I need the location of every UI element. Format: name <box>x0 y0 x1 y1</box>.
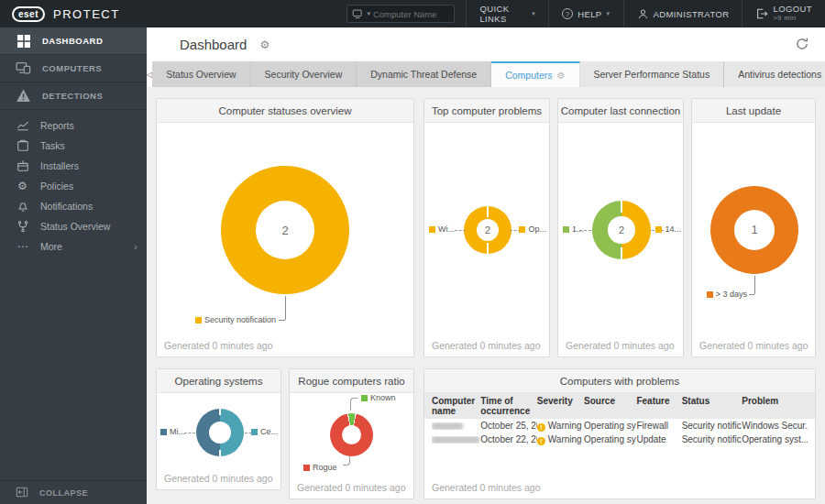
user-menu[interactable]: ADMINISTRATOR <box>623 0 742 27</box>
tab-gear-icon[interactable]: ⚙ <box>557 71 566 81</box>
product-name: PROTECT <box>53 7 120 21</box>
search-scope-caret-icon[interactable]: ▾ <box>367 10 370 17</box>
tab-label: Status Overview <box>166 69 236 80</box>
legend-label: Wi... <box>438 225 455 234</box>
cell-feature: Update <box>636 434 681 444</box>
table-row[interactable]: October 22, 20... !Warning Operating sys… <box>424 433 815 446</box>
donut-computer-statuses[interactable] <box>221 166 349 294</box>
sidebar-item-detections[interactable]: DETECTIONS <box>0 82 147 110</box>
donut-last-update[interactable] <box>710 186 798 274</box>
legend-rogue: Rogue <box>303 463 337 472</box>
severity-label: Warning <box>548 421 582 431</box>
generated-timestamp: Generated 0 minutes ago <box>699 340 808 351</box>
legend-label: 1... <box>572 225 584 234</box>
sidebar-item-reports[interactable]: Reports <box>0 115 147 136</box>
quick-links-label: QUICK LINKS <box>479 4 527 24</box>
legend-left: Wi... <box>429 225 455 234</box>
help-icon: ? <box>562 8 573 19</box>
generated-timestamp: Generated 0 minutes ago <box>164 473 273 484</box>
sidebar-subitems: Reports Tasks Installers ⚙ Policies <box>0 110 147 257</box>
card-title: Computer last connection <box>558 99 683 123</box>
user-label: ADMINISTRATOR <box>654 9 730 19</box>
legend-right: Op... <box>519 225 546 234</box>
dashboard-grid-icon <box>16 33 31 49</box>
cell-feature: Firewall <box>636 421 681 431</box>
card-body: Mi... Ce... Generated 0 minutes ago <box>157 393 280 489</box>
logout-label: LOGOUT <box>773 5 812 14</box>
sidebar-item-notifications[interactable]: Notifications <box>0 196 147 216</box>
tab-computers[interactable]: Computers ⚙ <box>491 61 579 87</box>
tab-dynamic-threat-defense[interactable]: Dynamic Threat Defense <box>357 61 491 87</box>
logout-text: LOGOUT >9 min <box>773 5 812 23</box>
problems-table: Computer name Time of occurrence Severit… <box>424 393 815 446</box>
generated-timestamp: Generated 0 minutes ago <box>432 340 541 351</box>
topbar: eset PROTECT ▾ QUICK LINKS ▾ ? HELP ▾ AD… <box>0 0 825 27</box>
callout-dash <box>579 230 591 231</box>
tab-status-overview[interactable]: Status Overview <box>152 61 250 87</box>
legend-security-notification: Security notification <box>175 315 276 324</box>
legend-swatch <box>195 317 202 323</box>
card-operating-systems: Operating systems Mi... Ce... Generated … <box>156 368 281 490</box>
callout-dash <box>184 433 195 433</box>
search-input[interactable] <box>373 9 449 19</box>
collapse-button[interactable]: COLLAPSE <box>0 480 147 504</box>
notifications-bell-icon <box>16 200 29 214</box>
chevron-right-icon: › <box>134 241 138 252</box>
legend-swatch <box>251 429 258 435</box>
sidebar-item-label: Status Overview <box>40 221 110 232</box>
cell-status: Security notific... <box>682 421 742 431</box>
sidebar-item-status-overview[interactable]: Status Overview <box>0 216 147 236</box>
sidebar-item-more[interactable]: ⋯ More › <box>0 236 147 257</box>
sidebar-item-installers[interactable]: Installers <box>0 156 147 176</box>
tab-antivirus-detections[interactable]: Antivirus detections <box>724 61 825 87</box>
tab-server-performance-status[interactable]: Server Performance Status <box>580 61 725 87</box>
card-title: Operating systems <box>157 369 280 393</box>
status-overview-icon <box>16 220 29 234</box>
donut-last-connection[interactable] <box>592 201 651 259</box>
sidebar-item-dashboard[interactable]: DASHBOARD <box>0 27 147 55</box>
card-body: 1 > 3 days Generated 0 minutes ago <box>692 123 815 356</box>
dashboard-settings-gear-icon[interactable]: ⚙ <box>259 38 270 51</box>
card-top-computer-problems: Top computer problems 2 Wi... Op... Gene… <box>424 98 550 357</box>
refresh-icon[interactable] <box>795 37 809 51</box>
column-header: Status <box>682 396 742 406</box>
sidebar: DASHBOARD COMPUTERS DETECTIONS Reports <box>0 27 147 504</box>
card-title: Rogue computers ratio <box>290 369 413 393</box>
card-body: Known Rogue Generated 0 minutes ago <box>290 393 413 499</box>
donut-operating-systems[interactable] <box>196 409 244 456</box>
sidebar-item-label: Tasks <box>40 140 65 151</box>
legend-swatch <box>563 226 569 233</box>
cell-computer-name <box>432 436 480 444</box>
tab-security-overview[interactable]: Security Overview <box>251 61 358 87</box>
card-computers-with-problems: Computers with problems Computer name Ti… <box>424 368 816 499</box>
collapse-label: COLLAPSE <box>39 488 88 498</box>
card-title: Computer statuses overview <box>157 99 413 123</box>
tasks-clipboard-icon <box>16 139 29 153</box>
computer-search[interactable]: ▾ <box>346 5 455 23</box>
sidebar-item-computers[interactable]: COMPUTERS <box>0 55 147 82</box>
column-header: Severity <box>537 396 584 406</box>
card-body: 2 Wi... Op... Generated 0 minutes ago <box>424 123 549 356</box>
donut-top-problems[interactable] <box>464 206 512 254</box>
help-menu[interactable]: ? HELP ▾ <box>548 0 622 27</box>
card-last-update: Last update 1 > 3 days Generated 0 minut… <box>691 98 816 357</box>
more-ellipsis-icon: ⋯ <box>16 240 29 254</box>
sidebar-item-policies[interactable]: ⚙ Policies <box>0 176 147 196</box>
legend-3-days: > 3 days <box>694 290 747 299</box>
policies-gear-icon: ⚙ <box>16 180 29 193</box>
legend-swatch <box>160 429 167 435</box>
logout-button[interactable]: LOGOUT >9 min <box>742 0 825 27</box>
warning-triangle-icon <box>16 88 31 104</box>
warning-badge-icon: ! <box>537 423 545 432</box>
eset-logo: eset <box>12 6 45 22</box>
cell-source: Operating syst... <box>584 434 636 444</box>
sidebar-item-tasks[interactable]: Tasks <box>0 136 147 156</box>
legend-swatch <box>429 226 435 233</box>
cell-computer-name <box>432 422 480 430</box>
table-row[interactable]: October 25, 20... !Warning Operating sys… <box>424 419 815 433</box>
donut-rogue-ratio[interactable] <box>330 413 373 456</box>
quick-links-menu[interactable]: QUICK LINKS ▾ <box>466 0 548 27</box>
card-computer-last-connection: Computer last connection 2 1... 14... Ge… <box>557 98 684 357</box>
card-title: Top computer problems <box>424 99 549 123</box>
cell-problem: Windows Secur... <box>742 421 808 431</box>
